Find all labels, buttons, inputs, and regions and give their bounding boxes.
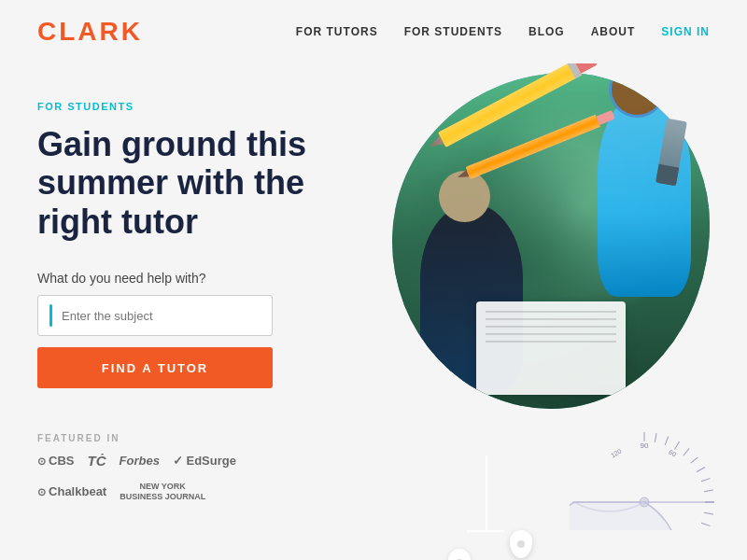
nav-for-tutors[interactable]: FOR TUTORS — [296, 25, 378, 38]
nav: FOR TUTORS FOR STUDENTS BLOG ABOUT SIGN … — [296, 25, 710, 38]
svg-line-9 — [704, 490, 713, 492]
featured-tc: TĊ — [88, 453, 106, 469]
earphone-right — [510, 530, 532, 558]
featured-logos: CBS TĊ Forbes EdSurge Chalkbeat NEW YORK… — [37, 453, 299, 502]
search-box[interactable] — [37, 295, 273, 336]
logo: CLARK — [37, 17, 143, 47]
photo-inner — [392, 73, 710, 409]
header: CLARK FOR TUTORS FOR STUDENTS BLOG ABOUT… — [0, 0, 747, 63]
search-accent-bar — [49, 304, 52, 327]
featured-nybj: NEW YORKBUSINESS JOURNAL — [120, 482, 205, 502]
earphone-left — [448, 549, 471, 560]
svg-line-8 — [701, 478, 710, 481]
svg-line-7 — [697, 468, 705, 472]
protractor-decoration: 90 60 120 — [570, 381, 719, 530]
svg-line-4 — [675, 441, 680, 450]
svg-line-2 — [655, 433, 656, 442]
find-tutor-button[interactable]: FIND A TUTOR — [37, 347, 273, 388]
search-input[interactable] — [62, 309, 261, 323]
hero-left: FOR STUDENTS Gain ground this summer wit… — [37, 82, 336, 558]
nav-sign-in[interactable]: SIGN IN — [661, 25, 710, 38]
svg-line-11 — [704, 512, 713, 514]
nav-about[interactable]: ABOUT — [591, 25, 636, 38]
svg-point-23 — [640, 497, 649, 507]
featured-forbes: Forbes — [120, 454, 160, 468]
featured-label: FEATURED IN — [37, 433, 336, 443]
nav-for-students[interactable]: FOR STUDENTS — [404, 25, 502, 38]
main-content: FOR STUDENTS Gain ground this summer wit… — [0, 63, 747, 558]
hero-headline: Gain ground this summer with the right t… — [37, 125, 336, 241]
hero-right: 90 60 120 — [336, 82, 710, 558]
svg-text:120: 120 — [610, 448, 623, 459]
featured-cbs: CBS — [37, 454, 75, 468]
svg-line-6 — [691, 457, 698, 463]
svg-line-12 — [701, 523, 710, 525]
svg-text:60: 60 — [668, 449, 677, 458]
earphones-decoration — [439, 455, 532, 560]
photo-blob — [392, 73, 710, 409]
featured-edsurge: EdSurge — [173, 454, 236, 468]
search-question: What do you need help with? — [37, 271, 336, 286]
svg-line-5 — [684, 449, 689, 456]
svg-text:90: 90 — [641, 441, 649, 450]
featured-section: FEATURED IN CBS TĊ Forbes EdSurge Chalkb… — [37, 433, 336, 502]
earphone-cord — [486, 455, 487, 530]
featured-chalkbeat: Chalkbeat — [37, 484, 106, 498]
for-students-label: FOR STUDENTS — [37, 101, 336, 112]
nav-blog[interactable]: BLOG — [529, 25, 565, 38]
svg-line-3 — [665, 437, 668, 445]
